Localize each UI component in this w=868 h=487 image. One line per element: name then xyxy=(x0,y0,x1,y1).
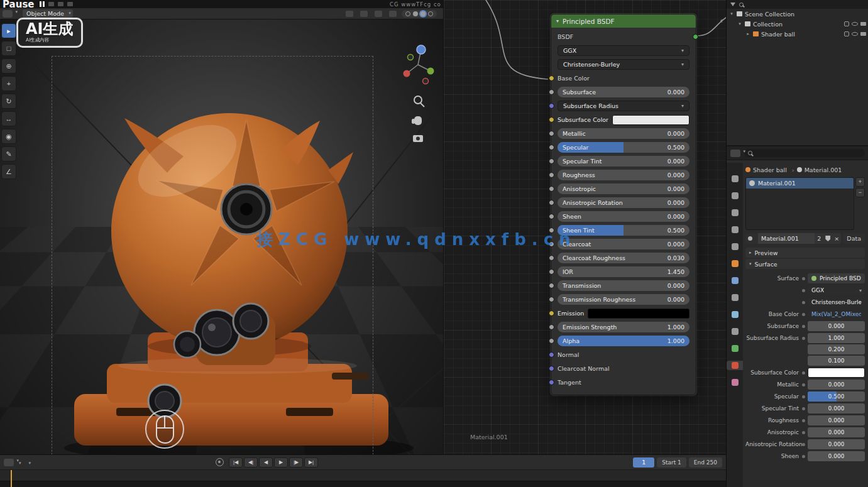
principled-bsdf-node[interactable]: ▾ Principled BSDF BSDF xyxy=(551,14,696,395)
animate-decorator[interactable] xyxy=(802,313,805,316)
input-socket[interactable] xyxy=(549,117,554,123)
prop-control[interactable]: 1.000 0.200 0.100 xyxy=(808,333,865,366)
playhead[interactable] xyxy=(11,470,12,487)
tab-particles[interactable] xyxy=(727,293,743,302)
input-socket[interactable] xyxy=(549,269,554,275)
tab-texture[interactable] xyxy=(727,378,743,387)
node-row[interactable]: Alpha 1.000 xyxy=(558,334,689,347)
tool-scale[interactable]: ↔ xyxy=(1,111,16,126)
mode-dropdown[interactable]: Object Mode xyxy=(23,9,73,18)
tool-transform[interactable]: ◉ xyxy=(1,129,16,144)
color-swatch[interactable] xyxy=(612,115,689,125)
overlays-icon[interactable] xyxy=(389,11,397,17)
node-row[interactable]: Transmission 0.000 xyxy=(558,279,689,292)
input-socket[interactable] xyxy=(549,380,554,385)
prop-control[interactable] xyxy=(808,368,865,378)
prop-control[interactable]: 0.000 xyxy=(808,380,865,390)
outliner-row[interactable]: ▾ Scene Collection xyxy=(727,9,868,19)
prop-field[interactable]: 0.000 xyxy=(808,427,865,437)
node-row[interactable]: Anisotropic Rotation 0.000 xyxy=(558,196,689,209)
add-slot-button[interactable]: + xyxy=(855,177,865,187)
tab-constraints[interactable] xyxy=(727,327,743,336)
panel-collapse-icon[interactable]: ‹ xyxy=(720,16,723,25)
menu-item[interactable] xyxy=(29,459,31,466)
navigation-gizmo[interactable] xyxy=(404,45,434,84)
node-header[interactable]: ▾ Principled BSDF xyxy=(551,14,696,28)
timeline-editor[interactable]: |◀◀|◀▶|▶▶| 1 Start 1 End 250 xyxy=(0,454,726,487)
animate-decorator[interactable] xyxy=(802,371,805,375)
tool-move[interactable]: + xyxy=(1,76,16,91)
checkbox-icon[interactable] xyxy=(844,31,849,36)
tab-output[interactable] xyxy=(727,191,743,200)
input-socket[interactable] xyxy=(549,89,554,95)
prop-row[interactable]: Roughness 0.000 xyxy=(745,415,865,425)
topbar-icon[interactable] xyxy=(58,2,63,6)
input-socket[interactable] xyxy=(549,145,554,150)
animate-decorator[interactable] xyxy=(802,431,805,434)
shading-solid-icon[interactable] xyxy=(413,11,418,16)
prop-field[interactable]: Christensen-Burley xyxy=(808,297,865,307)
transport-play[interactable]: ▶ xyxy=(274,457,288,468)
prop-control[interactable]: 0.500 xyxy=(808,391,865,402)
node-row[interactable]: Emission xyxy=(558,307,689,320)
animate-decorator[interactable] xyxy=(802,325,805,328)
node-control[interactable]: Base Color xyxy=(558,73,689,84)
tool-rotate[interactable]: ↻ xyxy=(1,94,16,109)
unlink-button[interactable]: × xyxy=(832,233,841,244)
input-socket[interactable] xyxy=(549,200,554,205)
node-row[interactable]: Base Color xyxy=(558,72,689,85)
expand-arrow-icon[interactable]: ▾ xyxy=(729,11,734,16)
visibility-toggles[interactable] xyxy=(844,31,866,36)
prop-control[interactable]: 0.000 xyxy=(808,451,865,461)
node-control[interactable]: GGX xyxy=(558,45,689,56)
start-frame-field[interactable]: Start 1 xyxy=(657,457,686,468)
prop-control[interactable]: 0.000 xyxy=(808,415,865,425)
input-socket[interactable] xyxy=(549,172,554,178)
input-socket[interactable] xyxy=(549,75,554,81)
transport-play-reverse[interactable]: ◀ xyxy=(259,457,273,468)
topbar-icon[interactable] xyxy=(67,2,73,6)
breadcrumb-item[interactable]: Material.001 xyxy=(797,167,842,173)
node-control[interactable]: Anisotropic Rotation 0.000 xyxy=(558,197,689,208)
shading-mode-switch[interactable] xyxy=(402,10,437,18)
node-row[interactable]: Christensen-Burley xyxy=(558,58,689,71)
editor-type-timeline-icon[interactable] xyxy=(4,459,14,466)
node-control[interactable]: Clearcoat Roughness 0.030 xyxy=(558,253,689,263)
prop-control[interactable]: Mix(Val_2_OMixed…) xyxy=(808,309,865,319)
section-header[interactable]: ▾ Surface xyxy=(745,259,865,269)
input-socket[interactable] xyxy=(549,338,554,344)
tool-measure[interactable]: ∠ xyxy=(1,164,16,179)
prop-field[interactable]: GGX xyxy=(808,285,865,295)
users-count-button[interactable]: 2 xyxy=(815,233,823,244)
camera-toggle-icon[interactable] xyxy=(860,32,866,36)
expand-arrow-icon[interactable]: ▸ xyxy=(745,31,750,36)
prop-field[interactable]: 0.000 xyxy=(808,321,865,331)
prop-field[interactable]: 0.000 xyxy=(808,439,865,449)
node-row[interactable]: Clearcoat 0.000 xyxy=(558,238,689,251)
prop-field[interactable]: 0.000 xyxy=(808,415,865,425)
node-control[interactable]: Alpha 1.000 xyxy=(558,336,689,346)
tool-select-box[interactable]: □ xyxy=(1,41,16,56)
tab-scene[interactable] xyxy=(727,225,743,234)
animate-decorator[interactable] xyxy=(802,277,805,280)
prop-control[interactable]: GGX xyxy=(808,285,865,295)
node-control[interactable]: Sheen Tint 0.500 xyxy=(558,225,689,236)
end-frame-field[interactable]: End 250 xyxy=(689,457,722,468)
tool-annotate[interactable]: ✎ xyxy=(1,146,16,161)
prop-field[interactable]: 0.000 xyxy=(808,380,865,390)
prop-row[interactable]: Specular Tint 0.000 xyxy=(745,403,865,413)
properties-panel[interactable]: Shader ball Material.001 Material.001 + xyxy=(727,146,868,487)
node-row[interactable]: Sheen Tint 0.500 xyxy=(558,224,689,237)
node-row[interactable]: BSDF xyxy=(558,30,689,43)
input-socket[interactable] xyxy=(549,214,554,219)
color-swatch[interactable] xyxy=(808,368,865,378)
search-input[interactable] xyxy=(744,149,865,157)
node-control[interactable]: BSDF xyxy=(558,31,689,42)
node-row[interactable]: Subsurface Radius xyxy=(558,99,689,112)
tab-object-data[interactable] xyxy=(727,344,743,353)
pause-icon[interactable] xyxy=(40,1,45,7)
pan-hand-icon[interactable] xyxy=(412,116,422,125)
node-row[interactable]: Normal xyxy=(558,348,689,361)
node-row[interactable]: Subsurface 0.000 xyxy=(558,85,689,99)
node-row[interactable]: Subsurface Color xyxy=(558,113,689,126)
